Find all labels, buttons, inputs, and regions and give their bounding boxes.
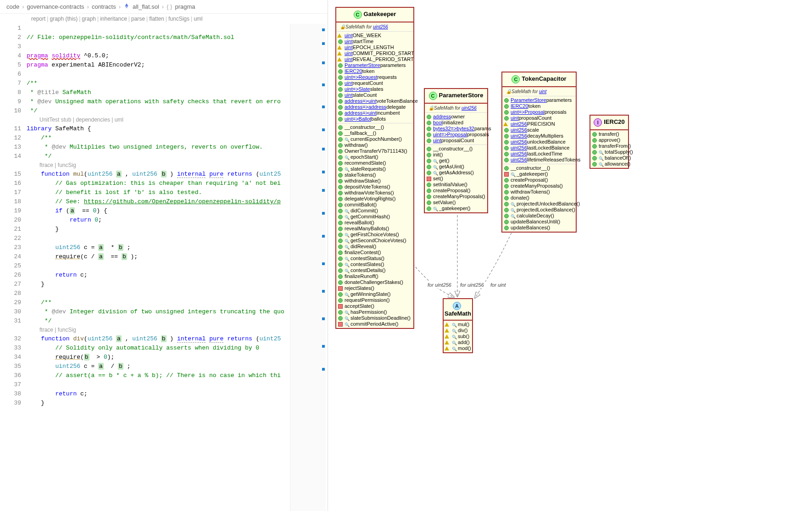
breadcrumb-seg[interactable]: pragma xyxy=(175,3,195,10)
code-line[interactable]: // File: openzeppelin-solidity/contracts… xyxy=(27,33,325,42)
uml-method[interactable]: hasPermission() xyxy=(336,309,413,315)
uml-method[interactable]: projectedLockedBalance() xyxy=(502,207,576,213)
code-line[interactable]: // assert(a == b * c + a % b); // There … xyxy=(27,371,325,380)
uml-method[interactable]: _gatekeeper() xyxy=(502,171,576,177)
uml-method[interactable]: finalizeRunoff() xyxy=(336,273,413,279)
uml-field[interactable]: ParameterStore parameters xyxy=(336,62,413,68)
uml-class-tokencapacitor[interactable]: CTokenCapacitor🔒SafeMath for uintParamet… xyxy=(501,72,577,233)
codelens-library[interactable]: UnitTest stub | dependencies | uml xyxy=(27,116,325,124)
uml-method[interactable]: transfer() xyxy=(590,131,628,137)
uml-field[interactable]: uint slateCount xyxy=(336,92,413,98)
uml-class-safemath[interactable]: ASafeMathmul()div()sub()add()mod() xyxy=(443,298,473,353)
uml-field[interactable]: IERC20 token xyxy=(336,68,413,74)
uml-method[interactable]: createManyProposals() xyxy=(425,194,487,200)
uml-method[interactable]: balanceOf() xyxy=(590,155,628,161)
code-line[interactable]: } xyxy=(27,280,325,289)
uml-method[interactable]: getCommitHash() xyxy=(336,214,413,220)
codelens-func[interactable]: ftrace | funcSig xyxy=(27,161,325,170)
uml-method[interactable]: didReveal() xyxy=(336,244,413,250)
uml-method[interactable]: __constructor__() xyxy=(336,124,413,130)
uml-method[interactable]: __fallback__() xyxy=(336,130,413,136)
uml-method[interactable]: commitBallot() xyxy=(336,202,413,208)
uml-field[interactable]: address=>uint voteTokenBalance xyxy=(336,98,413,104)
uml-field[interactable]: uint startTime xyxy=(336,39,413,44)
uml-field[interactable]: IERC20 token xyxy=(502,103,576,109)
uml-method[interactable]: didCommit() xyxy=(336,208,413,214)
uml-method[interactable]: withdrawStake() xyxy=(336,178,413,184)
file-action-inheritance[interactable]: inheritance xyxy=(100,16,127,22)
uml-field[interactable]: uint256 lastLockedTime xyxy=(502,151,576,157)
breadcrumb-seg[interactable]: contracts xyxy=(92,3,116,10)
code-line[interactable]: /** xyxy=(27,133,325,143)
uml-class-ierc20[interactable]: IIERC20transfer()approve()transferFrom()… xyxy=(590,115,629,169)
code-editor[interactable]: 1234567891011121314151617181920212223242… xyxy=(0,24,328,511)
uml-field[interactable]: uint proposalCount xyxy=(425,138,487,144)
code-line[interactable]: // Gas optimization: this is cheaper tha… xyxy=(27,179,325,188)
code-line[interactable] xyxy=(27,261,325,271)
minimap[interactable] xyxy=(290,24,326,511)
file-action-uml[interactable]: uml xyxy=(194,16,202,22)
uml-field[interactable]: address=>uint incumbent xyxy=(336,110,413,116)
uml-method[interactable]: mul() xyxy=(444,322,472,328)
code-line[interactable]: if (a == 0) { xyxy=(27,206,325,216)
uml-method[interactable]: createManyProposals() xyxy=(502,183,576,189)
uml-method[interactable]: recommendSlate() xyxy=(336,160,413,166)
uml-method[interactable]: _gatekeeper() xyxy=(425,206,487,211)
code-line[interactable]: * @dev Multiplies two unsigned integers,… xyxy=(27,143,325,152)
uml-method[interactable]: getWinningSlate() xyxy=(336,291,413,297)
uml-method[interactable]: contestStatus() xyxy=(336,256,413,261)
uml-field[interactable]: uint proposalCount xyxy=(502,115,576,121)
uml-field[interactable]: uint256 unlockedBalance xyxy=(502,139,576,145)
uml-class-parameterstore[interactable]: CParameterStore🔒SafeMath for uint256addr… xyxy=(424,88,488,213)
uml-field[interactable]: uint256 PRECISION xyxy=(502,121,576,127)
uml-field[interactable]: uint EPOCH_LENGTH xyxy=(336,44,413,50)
uml-method[interactable]: finalizeContest() xyxy=(336,250,413,256)
uml-method[interactable]: __constructor__() xyxy=(502,165,576,171)
uml-field[interactable]: address owner xyxy=(425,114,487,120)
uml-method[interactable]: commitPeriodActive() xyxy=(336,321,413,327)
code-line[interactable]: */ xyxy=(27,152,325,161)
code-line[interactable]: library SafeMath { xyxy=(27,124,325,133)
uml-method[interactable]: get() xyxy=(425,158,487,164)
uml-field[interactable]: ParameterStore parameters xyxy=(502,97,576,103)
code-line[interactable] xyxy=(27,234,325,243)
code-line[interactable] xyxy=(27,42,325,51)
uml-method[interactable]: updateBalances() xyxy=(502,225,576,231)
uml-method[interactable]: setInitialValue() xyxy=(425,182,487,188)
code-line[interactable]: // Solidity only automatically asserts w… xyxy=(27,344,325,353)
uml-method[interactable]: slateSubmissionDeadline() xyxy=(336,315,413,321)
uml-field[interactable]: uint=>Proposal proposals xyxy=(425,132,487,138)
file-action-graph[interactable]: graph xyxy=(82,16,96,22)
code-line[interactable] xyxy=(27,289,325,298)
uml-method[interactable]: add() xyxy=(444,339,472,345)
uml-method[interactable]: currentEpochNumber() xyxy=(336,136,413,142)
uml-method[interactable]: requestPermission() xyxy=(336,297,413,303)
uml-method[interactable]: transferFrom() xyxy=(590,143,628,149)
uml-field[interactable]: uint256 lifetimeReleasedTokens xyxy=(502,157,576,163)
uml-method[interactable]: donate() xyxy=(502,195,576,201)
uml-method[interactable]: withdraw() xyxy=(336,142,413,148)
code-lines[interactable]: // File: openzeppelin-solidity/contracts… xyxy=(27,24,328,511)
code-line[interactable]: uint256 c = a * b ; xyxy=(27,243,325,252)
uml-field[interactable]: uint ONE_WEEK xyxy=(336,33,413,39)
uml-method[interactable]: delegateVotingRights() xyxy=(336,196,413,202)
code-line[interactable]: } xyxy=(27,399,325,408)
code-line[interactable]: uint256 c = a / b ; xyxy=(27,362,325,371)
code-line[interactable] xyxy=(27,380,325,389)
code-line[interactable]: */ xyxy=(27,106,325,116)
uml-class-gatekeeper[interactable]: CGatekeeper🔒SafeMath for uint256uint ONE… xyxy=(335,7,414,329)
uml-method[interactable]: init() xyxy=(425,152,487,158)
uml-method[interactable]: stakeTokens() xyxy=(336,172,413,178)
uml-field[interactable]: uint REVEAL_PERIOD_START xyxy=(336,56,413,62)
uml-field[interactable]: uint=>Request requests xyxy=(336,74,413,80)
uml-field[interactable]: uint256 lastLockedBalance xyxy=(502,145,576,151)
code-line[interactable]: pragma experimental ABIEncoderV2; xyxy=(27,61,325,70)
uml-method[interactable]: allowance() xyxy=(590,161,628,167)
code-line[interactable]: * @dev Integer division of two unsigned … xyxy=(27,307,325,317)
uml-method[interactable]: mod() xyxy=(444,345,472,351)
breadcrumb[interactable]: code › governance-contracts › contracts … xyxy=(0,0,328,14)
uml-method[interactable]: approve() xyxy=(590,137,628,143)
codelens-func[interactable]: ftrace | funcSig xyxy=(27,326,325,334)
code-line[interactable]: function div(uint256 a , uint256 b ) int… xyxy=(27,334,325,344)
uml-field[interactable]: bool initialized xyxy=(425,120,487,126)
